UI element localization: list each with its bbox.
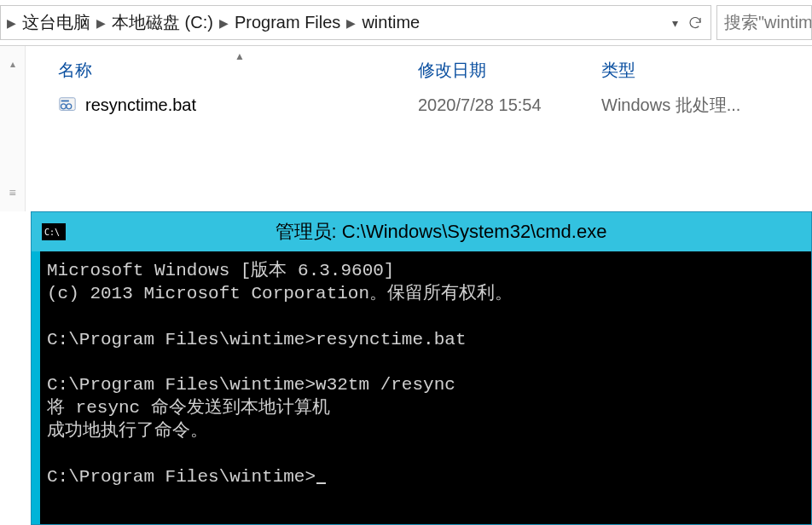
cmd-titlebar[interactable]: C:\ 管理员: C:\Windows\System32\cmd.exe [32, 212, 811, 251]
column-header-type[interactable]: 类型 [601, 59, 812, 82]
search-placeholder: 搜索"wintime [724, 11, 812, 34]
scroll-up-icon[interactable]: ▴ [10, 58, 15, 70]
sort-indicator-icon: ▲ [235, 50, 245, 62]
svg-rect-1 [61, 101, 69, 102]
cmd-output[interactable]: Microsoft Windows [版本 6.3.9600] (c) 2013… [40, 251, 811, 524]
column-headers: 名称 ▲ 修改日期 类型 [51, 53, 812, 87]
address-bar[interactable]: ▶ 这台电脑 ▶ 本地磁盘 (C:) ▶ Program Files ▶ win… [0, 5, 711, 40]
refresh-icon[interactable] [685, 13, 705, 33]
crumb-sep-icon: ▶ [346, 16, 356, 30]
crumb-this-pc[interactable]: 这台电脑 [22, 11, 90, 34]
crumb-wintime[interactable]: wintime [362, 13, 420, 32]
address-bar-row: ▶ 这台电脑 ▶ 本地磁盘 (C:) ▶ Program Files ▶ win… [0, 0, 812, 46]
column-header-date[interactable]: 修改日期 [418, 59, 601, 82]
file-name: resynctime.bat [85, 95, 196, 115]
file-type: Windows 批处理... [601, 94, 812, 117]
crumb-sep-icon: ▶ [7, 16, 16, 30]
cmd-cursor [316, 482, 326, 484]
scroll-handle-icon[interactable]: ≡ [9, 186, 15, 199]
search-input[interactable]: 搜索"wintime [716, 5, 812, 40]
breadcrumb: ▶ 这台电脑 ▶ 本地磁盘 (C:) ▶ Program Files ▶ win… [1, 11, 664, 34]
crumb-drive-c[interactable]: 本地磁盘 (C:) [112, 11, 213, 34]
cmd-title: 管理员: C:\Windows\System32\cmd.exe [81, 219, 801, 245]
explorer-body: ▴ ≡ 名称 ▲ 修改日期 类型 resyncti [0, 46, 812, 211]
file-date: 2020/7/28 15:54 [418, 95, 601, 115]
bat-file-icon [58, 95, 77, 114]
file-list: 名称 ▲ 修改日期 类型 resynctime.bat 2020/7/28 15… [26, 46, 812, 211]
file-row[interactable]: resynctime.bat 2020/7/28 15:54 Windows 批… [51, 87, 812, 123]
history-dropdown-icon[interactable]: ▾ [664, 13, 685, 33]
crumb-sep-icon: ▶ [96, 16, 106, 30]
column-header-name[interactable]: 名称 ▲ [51, 59, 418, 82]
cmd-icon: C:\ [42, 223, 66, 240]
crumb-program-files[interactable]: Program Files [235, 13, 340, 32]
cmd-window: C:\ 管理员: C:\Windows\System32\cmd.exe Mic… [31, 211, 812, 525]
nav-scroll-gutter: ▴ ≡ [0, 46, 26, 211]
crumb-sep-icon: ▶ [219, 16, 229, 30]
